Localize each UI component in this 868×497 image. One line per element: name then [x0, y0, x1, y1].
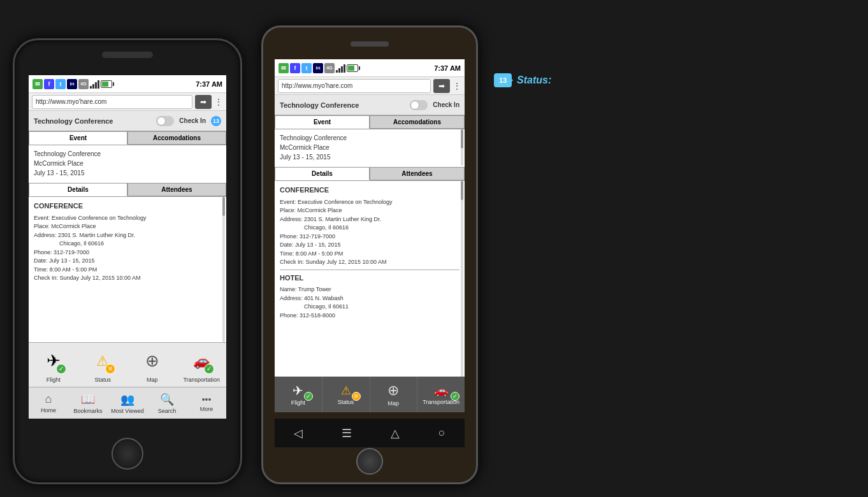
android-go-button[interactable]: ➡: [433, 79, 450, 93]
iphone-event-venue: McCormick Place: [34, 159, 221, 168]
iphone-tab-bar-2: Details Attendees: [29, 183, 226, 197]
android-status-icons: ✉ f t in 4G: [278, 63, 358, 73]
android-network-icon: 4G: [324, 63, 335, 73]
android-scrollbar-1[interactable]: [461, 129, 463, 166]
android-status-icon: ⚠: [341, 384, 351, 398]
android-status-bar: ✉ f t in 4G 7:37 AM: [275, 59, 465, 77]
iphone-conference-checkin: Check In: Sunday July 12, 2015 10:00 AM: [34, 274, 221, 283]
transport-check-overlay: ✓: [204, 364, 214, 374]
network-icon: 4G: [78, 79, 89, 89]
iphone-device: ✉ f t in 4G 7:37 AM ➡ ⋮: [13, 38, 242, 484]
android-checkin-button[interactable]: Check In: [433, 101, 459, 108]
iphone-checkin-button[interactable]: Check In: [179, 117, 206, 124]
android-conference-address: Address: 2301 S. Martin Luther King Dr.: [280, 215, 459, 224]
android-event-dates: July 13 - 15, 2015: [280, 152, 459, 162]
iphone-tab-attendees[interactable]: Attendees: [127, 183, 226, 196]
android-url-input[interactable]: [278, 79, 431, 93]
mostviewed-icon: 👥: [120, 393, 134, 407]
iphone-nav-home[interactable]: ⌂ Home: [29, 393, 68, 414]
android-hotel-phone: Phone: 312-518-8000: [280, 312, 459, 321]
android-signal-bars: [336, 64, 345, 73]
iphone-transport-icon-container: 🚗 ✓: [187, 347, 215, 375]
android-conference-details: CONFERENCE Event: Executive Conference o…: [275, 181, 465, 394]
iphone-conference-phone: Phone: 312-719-7000: [34, 248, 221, 257]
more-icon: •••: [202, 394, 212, 405]
android-tab-event[interactable]: Event: [275, 115, 370, 129]
iphone-menu-button[interactable]: ⋮: [214, 97, 223, 107]
android-home-nav-button[interactable]: △: [391, 426, 400, 440]
bookmarks-icon: 📖: [81, 393, 95, 407]
android-hotel-address: Address: 401 N. Wabash: [280, 294, 459, 303]
android-linkedin-icon: in: [313, 63, 323, 73]
iphone-url-input[interactable]: [32, 95, 192, 109]
android-time: 7:37 AM: [434, 64, 461, 72]
iphone-conference-header: CONFERENCE: [34, 201, 221, 212]
iphone-conference-place: Place: McCormick Place: [34, 222, 221, 231]
android-tab-details[interactable]: Details: [275, 167, 370, 180]
iphone-nav-search[interactable]: 🔍 Search: [147, 393, 187, 414]
android-home-button[interactable]: [356, 448, 383, 475]
status-callout: 13 Status:: [494, 73, 551, 87]
iphone-tab-accommodations[interactable]: Accomodations: [127, 131, 226, 145]
android-conference-time: Time: 8:00 AM - 5:00 PM: [280, 250, 459, 259]
android-transport-check: ✓: [451, 392, 459, 401]
iphone-conference-event: Event: Executive Conference on Technolog…: [34, 214, 221, 223]
android-tab-flight[interactable]: ✈ ✓ Flight: [275, 377, 322, 412]
iphone-bottom-tabs: ✈ ✓ Flight ⚠ ✕ Status ⊕ Map 🚗: [29, 342, 226, 387]
iphone-nav-bookmarks[interactable]: 📖 Bookmarks: [68, 393, 108, 414]
iphone-status-icon-container: ⚠ ✕: [89, 347, 117, 375]
iphone-url-bar: ➡ ⋮: [29, 93, 226, 111]
android-tab-transportation[interactable]: 🚗 ✓ Transportation: [417, 377, 465, 412]
iphone-nav-search-label: Search: [158, 408, 177, 414]
message-icon: ✉: [33, 79, 43, 89]
android-search-nav-button[interactable]: ○: [438, 426, 445, 440]
linkedin-icon: in: [67, 79, 77, 89]
android-conference-header: CONFERENCE: [280, 185, 459, 196]
iphone-toggle[interactable]: [156, 116, 174, 126]
android-url-bar: ➡ ⋮: [275, 77, 465, 95]
android-tab-attendees[interactable]: Attendees: [370, 167, 465, 180]
android-menu-button[interactable]: ⋮: [452, 81, 461, 91]
status-label: Status:: [517, 75, 551, 86]
iphone-conference-address: Address: 2301 S. Martin Luther King Dr.: [34, 231, 221, 240]
android-flight-check: ✓: [304, 392, 313, 401]
iphone-nav-more-label: More: [200, 406, 213, 412]
iphone-nav-more[interactable]: ••• More: [187, 394, 226, 412]
android-menu-nav-button[interactable]: ☰: [342, 426, 352, 440]
android-device: ✉ f t in 4G 7:37 AM ➡ ⋮: [261, 25, 478, 484]
android-map-icon: ⊕: [387, 382, 399, 399]
android-flight-icon: ✈: [293, 383, 303, 398]
iphone-tab-transportation[interactable]: 🚗 ✓ Transportation: [177, 343, 227, 387]
android-twitter-icon: t: [301, 63, 312, 73]
android-back-button[interactable]: ◁: [294, 426, 303, 440]
android-tab-bar-2: Details Attendees: [275, 167, 465, 181]
android-tab-accommodations[interactable]: Accomodations: [370, 115, 465, 129]
android-tab-status[interactable]: ⚠ ✕ Status: [322, 377, 370, 412]
android-status-warning: ✕: [352, 392, 361, 401]
android-event-venue: McCormick Place: [280, 143, 459, 152]
iphone-tab-details[interactable]: Details: [29, 183, 127, 196]
android-scrollbar-2[interactable]: [461, 181, 463, 394]
iphone-conference-time: Time: 8:00 AM - 5:00 PM: [34, 266, 221, 275]
iphone-go-button[interactable]: ➡: [195, 95, 212, 109]
iphone-tab-map[interactable]: ⊕ Map: [127, 343, 177, 387]
android-tab-flight-label: Flight: [291, 400, 305, 406]
android-message-icon: ✉: [278, 63, 289, 73]
iphone-tab-status[interactable]: ⚠ ✕ Status: [78, 343, 128, 387]
iphone-nav-mostviewed[interactable]: 👥 Most Viewed: [108, 393, 147, 414]
iphone-tab-flight[interactable]: ✈ ✓ Flight: [29, 343, 78, 387]
android-bottom-tabs: ✈ ✓ Flight ⚠ ✕ Status ⊕ Map 🚗 ✓ Transpor…: [275, 377, 465, 412]
android-screen: ✉ f t in 4G 7:37 AM ➡ ⋮: [275, 59, 465, 412]
iphone-event-dates: July 13 - 15, 2015: [34, 168, 221, 178]
android-toggle[interactable]: [410, 100, 428, 110]
android-event-info: Technology Conference McCormick Place Ju…: [275, 129, 465, 166]
android-tab-map[interactable]: ⊕ Map: [370, 377, 418, 412]
android-transport-icon: 🚗: [434, 384, 448, 398]
iphone-screen: ✉ f t in 4G 7:37 AM ➡ ⋮: [29, 75, 226, 419]
android-conference-date: Date: July 13 - 15, 2015: [280, 241, 459, 250]
status-warning-overlay: ✕: [105, 364, 115, 374]
iphone-tab-event[interactable]: Event: [29, 131, 127, 145]
iphone-event-info: Technology Conference McCormick Place Ju…: [29, 145, 226, 182]
iphone-map-icon-container: ⊕: [138, 347, 166, 375]
iphone-home-button[interactable]: [112, 438, 143, 470]
